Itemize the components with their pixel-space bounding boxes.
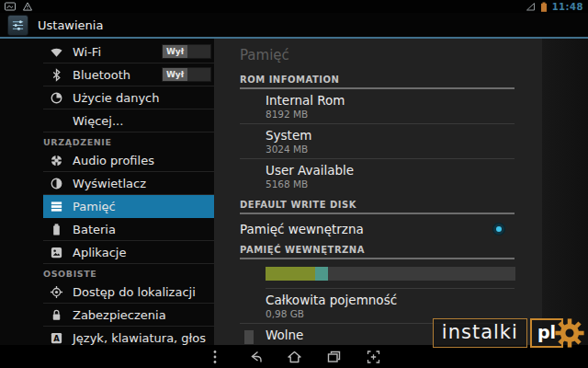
sidebar-item-more[interactable]: Więcej...: [43, 109, 214, 132]
row-title: System: [266, 128, 514, 144]
sidebar-item-label: Użycie danych: [73, 91, 159, 105]
storage-bar-segment-other: [315, 267, 328, 281]
content-area: Wi-Fi Wył Bluetooth Wył: [0, 39, 588, 345]
free-space-swatch: [244, 330, 254, 344]
apps-icon: [50, 246, 63, 259]
bluetooth-toggle[interactable]: Wył: [162, 67, 211, 82]
sidebar-item-storage[interactable]: Pamięć: [43, 195, 214, 218]
storage-row-user-available: User Available 5168 MB: [240, 159, 514, 193]
status-notification-icons: [5, 2, 33, 11]
sidebar-item-label: Język, klawiatura, głos: [73, 331, 206, 345]
sidebar-section-personal: OSOBISTE: [43, 264, 214, 281]
wifi-toggle[interactable]: Wył: [162, 44, 211, 59]
wifi-toggle-label: Wył: [163, 45, 187, 58]
sidebar-item-display[interactable]: Wyświetlacz: [43, 172, 214, 195]
action-bar: Ustawienia: [0, 13, 588, 37]
sidebar-item-label: Dostęp do lokalizacji: [73, 285, 196, 299]
battery-icon: [50, 223, 63, 236]
row-title: Internal Rom: [266, 93, 514, 109]
sliders-icon: [11, 18, 25, 32]
sidebar-item-audio-profiles[interactable]: Audio profiles: [43, 149, 214, 172]
panel-right-margin: [542, 39, 588, 345]
sidebar-list: Wi-Fi Wył Bluetooth Wył: [43, 40, 214, 350]
audio-profiles-icon: [50, 154, 63, 167]
radio-button[interactable]: [492, 223, 505, 236]
sidebar-item-label: Więcej...: [73, 114, 123, 128]
write-disk-option-internal[interactable]: Pamięć wewnętrzna: [240, 214, 514, 243]
screenshot-notification-icon: [5, 2, 16, 11]
panel-title: Pamięć: [240, 47, 514, 68]
location-icon: [50, 285, 63, 299]
recents-icon[interactable]: [325, 349, 342, 365]
storage-icon: [50, 200, 63, 213]
storage-row-internal-rom: Internal Rom 8192 MB: [240, 89, 514, 124]
data-usage-icon: [50, 91, 63, 105]
sidebar-item-security[interactable]: Zabezpieczenia: [43, 304, 214, 327]
warning-icon: [22, 2, 33, 11]
sidebar-item-apps[interactable]: Aplikacje: [43, 241, 214, 264]
gear-icon: [554, 317, 585, 352]
sidebar-item-label: Wyświetlacz: [73, 177, 146, 190]
sidebar-item-label: Wi-Fi: [73, 45, 101, 59]
row-title: User Available: [266, 163, 514, 178]
sidebar-item-wifi[interactable]: Wi-Fi Wył: [43, 40, 214, 63]
menu-dots-icon[interactable]: [207, 349, 223, 365]
sidebar-item-label: Bateria: [73, 223, 116, 236]
lock-icon: [50, 308, 63, 322]
row-value: 8192 MB: [266, 109, 514, 121]
sidebar-item-label: Audio profiles: [73, 154, 154, 167]
wifi-icon: [50, 45, 63, 59]
sidebar-item-bluetooth[interactable]: Bluetooth Wył: [43, 63, 214, 86]
row-title: Całkowita pojemność: [266, 293, 514, 308]
radio-dot: [496, 226, 502, 232]
sidebar-section-device: URZĄDZENIE: [43, 132, 214, 149]
language-icon: A: [50, 331, 63, 345]
back-icon[interactable]: [246, 349, 263, 365]
settings-screen: 11:48 Ustawienia Wi-Fi: [0, 0, 588, 368]
bluetooth-toggle-label: Wył: [163, 68, 187, 81]
display-icon: [50, 177, 63, 190]
language-icon-letter: A: [53, 333, 60, 342]
settings-sidebar: Wi-Fi Wył Bluetooth Wył: [0, 39, 214, 345]
section-header-rom-information: ROM INFOMATION: [240, 75, 514, 89]
row-value: 5168 MB: [266, 178, 514, 190]
radio-option-label: Pamięć wewnętrzna: [240, 222, 364, 236]
sidebar-item-label: Aplikacje: [73, 246, 126, 259]
watermark-text: instalki: [433, 318, 527, 348]
row-value: 3024 MB: [266, 144, 514, 155]
storage-detail-panel: Pamięć ROM INFOMATION Internal Rom 8192 …: [214, 39, 542, 345]
status-bar: 11:48: [0, 0, 588, 13]
sidebar-item-label: Bluetooth: [73, 68, 130, 82]
storage-usage-bar: [266, 267, 515, 281]
sidebar-item-battery[interactable]: Bateria: [43, 218, 214, 241]
status-system-icons: 11:48: [526, 2, 583, 12]
section-header-default-write-disk: DEFAULT WRITE DISK: [240, 200, 514, 214]
settings-app-icon: [7, 15, 28, 36]
sidebar-item-location[interactable]: Dostęp do lokalizacji: [43, 281, 214, 304]
storage-row-system: System 3024 MB: [240, 124, 514, 159]
bluetooth-icon: [50, 68, 63, 82]
page-title: Ustawienia: [38, 18, 103, 32]
clock: 11:48: [552, 2, 583, 12]
sidebar-item-label: Zabezpieczenia: [73, 308, 166, 322]
section-header-internal-storage: PAMIĘĆ WEWNĘTRZNA: [240, 245, 514, 259]
storage-bar-segment-apps: [266, 267, 315, 281]
instalki-watermark: instalki pl: [433, 317, 585, 349]
sidebar-item-data-usage[interactable]: Użycie danych: [43, 86, 214, 109]
screenshot-button-icon[interactable]: [365, 349, 381, 365]
home-icon[interactable]: [286, 349, 302, 365]
signal-icon: [526, 2, 536, 11]
battery-status-icon: [539, 2, 548, 12]
sidebar-item-label: Pamięć: [73, 200, 116, 213]
